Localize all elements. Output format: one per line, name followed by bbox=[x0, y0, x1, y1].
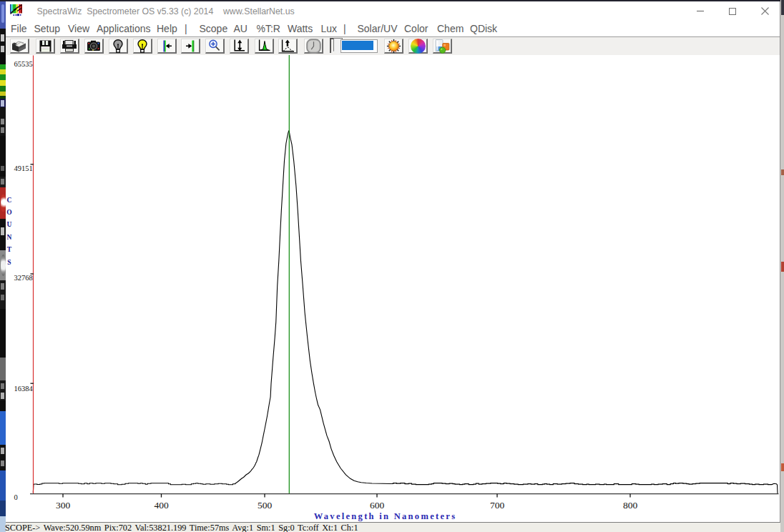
svg-text:O: O bbox=[6, 209, 11, 216]
svg-text:T: T bbox=[7, 246, 12, 253]
svg-text:C: C bbox=[7, 197, 12, 204]
svg-text:S: S bbox=[7, 259, 11, 266]
svg-text:N: N bbox=[7, 234, 12, 241]
svg-text:300: 300 bbox=[56, 500, 71, 511]
svg-text:U: U bbox=[7, 221, 12, 228]
svg-text:Wavelength in Nanometers: Wavelength in Nanometers bbox=[314, 511, 457, 521]
svg-text:49151: 49151 bbox=[14, 164, 33, 172]
svg-text:32768: 32768 bbox=[14, 274, 33, 282]
svg-text:500: 500 bbox=[258, 500, 273, 511]
svg-text:400: 400 bbox=[154, 500, 169, 511]
svg-text:16384: 16384 bbox=[14, 385, 34, 393]
svg-text:65535: 65535 bbox=[14, 60, 33, 68]
svg-text:600: 600 bbox=[370, 500, 385, 511]
svg-text:700: 700 bbox=[490, 500, 505, 511]
svg-text:0: 0 bbox=[14, 493, 18, 501]
svg-text:800: 800 bbox=[623, 500, 638, 511]
